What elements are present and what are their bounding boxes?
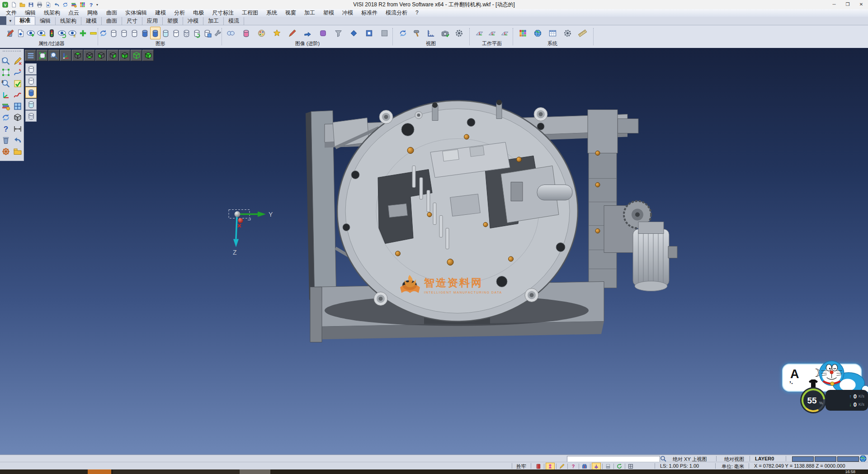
help-magenta-icon[interactable]: ? [569, 463, 577, 469]
image-funnel-icon[interactable] [330, 27, 346, 39]
page-eye-icon[interactable] [15, 27, 26, 39]
image-palette-icon[interactable] [254, 27, 269, 39]
assistant-selected-icon[interactable] [546, 463, 555, 470]
menu-item-系统[interactable]: 系统 [262, 9, 281, 17]
tab-编辑[interactable]: 编辑 [35, 17, 56, 25]
image-arrowhead-icon[interactable] [300, 27, 315, 39]
help-question-icon[interactable]: ? [87, 1, 95, 9]
rotate-clock-icon[interactable] [615, 463, 623, 469]
image-purple-icon[interactable] [315, 27, 330, 39]
new-document-icon[interactable] [10, 1, 18, 9]
undo-arrow-icon[interactable] [13, 135, 23, 145]
menu-item-视窗[interactable]: 视窗 [281, 9, 300, 17]
cylinder-wire-c-icon[interactable] [129, 27, 140, 39]
tab-建模[interactable]: 建模 [81, 17, 102, 25]
cylinder-wire-b-icon[interactable] [119, 27, 129, 39]
tab-dropdown-icon[interactable]: ▼ [6, 17, 14, 25]
page-eye-icon[interactable] [44, 1, 52, 9]
cylinder-blue-selected-icon[interactable] [150, 27, 160, 39]
sketch-curve-icon[interactable] [13, 67, 23, 77]
cube-bottom-icon[interactable] [84, 50, 95, 61]
menu-item-标准件[interactable]: 标准件 [357, 9, 382, 17]
draft-pencil-icon[interactable] [558, 463, 566, 469]
maximize-button[interactable]: ❐ [841, 0, 854, 9]
delete-trash-icon[interactable] [1, 135, 11, 145]
menu-item-线架构[interactable]: 线架构 [40, 9, 64, 17]
refresh-model-icon[interactable] [61, 1, 69, 9]
image-gray-icon[interactable] [377, 27, 392, 39]
help-question-icon[interactable]: ? [1, 124, 11, 134]
workplane-box-selected-icon[interactable] [592, 463, 601, 470]
os-taskbar[interactable]: 16:58 [0, 469, 868, 474]
menu-item-加工[interactable]: 加工 [300, 9, 319, 17]
system-gear-icon[interactable] [560, 27, 575, 39]
image-eye-icon[interactable] [223, 27, 238, 39]
draw-spline-icon[interactable] [13, 90, 23, 100]
layer-list-icon[interactable] [25, 50, 36, 61]
taskbar-active-app[interactable] [88, 469, 111, 474]
shade-wire-icon[interactable] [25, 63, 37, 75]
viewport-3d-scene[interactable]: Y Z Y ±? [0, 48, 868, 455]
menu-item-实体编辑[interactable]: 实体编辑 [121, 9, 151, 17]
zoom-plusminus-icon[interactable]: ± [1, 79, 11, 89]
remove-yellow-icon[interactable] [88, 27, 99, 39]
shade-shaded-selected-icon[interactable] [25, 87, 37, 98]
menu-item-尺寸标注[interactable]: 尺寸标注 [208, 9, 238, 17]
tab-冲模[interactable]: 冲模 [183, 17, 203, 25]
cube-iso-icon[interactable] [142, 50, 154, 61]
layer-books-icon[interactable] [1, 101, 11, 111]
cube-left-icon[interactable] [95, 50, 107, 61]
axes-orient-icon[interactable] [1, 90, 11, 100]
view-refresh-icon[interactable] [396, 27, 410, 39]
traffic-filter-icon[interactable] [47, 27, 57, 39]
menu-item-编辑[interactable]: 编辑 [21, 9, 40, 17]
workplane-xy-icon[interactable] [473, 27, 486, 39]
image-diamond-icon[interactable] [346, 27, 361, 39]
show-refresh-icon[interactable] [57, 27, 67, 39]
menu-item-模流分析[interactable]: 模流分析 [382, 9, 411, 17]
menu-item-分析[interactable]: 分析 [170, 9, 189, 17]
cylinder-recycle-icon[interactable] [192, 27, 202, 39]
shade-ghost-icon[interactable] [25, 99, 37, 110]
show-remove-icon[interactable] [36, 27, 47, 39]
menu-item-?[interactable]: ? [411, 9, 423, 17]
history-book-icon[interactable] [534, 463, 542, 469]
tab-模流[interactable]: 模流 [224, 17, 244, 25]
taskbar-item[interactable] [240, 469, 270, 474]
cylinder-hatched-icon[interactable] [181, 27, 192, 39]
fit-frame-icon[interactable] [1, 67, 11, 77]
list-cells-icon[interactable] [604, 463, 612, 469]
edit-pencil-icon[interactable] [13, 56, 23, 66]
refresh-graphics-icon[interactable] [98, 27, 108, 39]
view-camera-icon[interactable] [438, 27, 452, 39]
cube-front-icon[interactable] [119, 50, 130, 61]
solid-cube-icon[interactable] [13, 113, 23, 123]
quick-search-input[interactable] [567, 456, 660, 462]
tab-应用[interactable]: 应用 [142, 17, 163, 25]
system-globe-icon[interactable] [530, 27, 545, 39]
view-ruler-icon[interactable] [424, 27, 438, 39]
show-plusminus-icon[interactable]: ± [67, 27, 78, 39]
axes-orient-dark-icon[interactable] [60, 50, 71, 61]
undo-arrow-icon[interactable] [53, 1, 61, 9]
fit-view-icon[interactable] [37, 50, 48, 61]
view-hammer-icon[interactable] [410, 27, 424, 39]
measure-distance-icon[interactable] [13, 124, 23, 134]
confirm-check-icon[interactable] [13, 79, 23, 89]
performance-gauge[interactable]: 55 % [799, 386, 827, 414]
cad-model-canvas[interactable]: Y Z Y [0, 48, 868, 474]
graphics-wrench-icon[interactable] [212, 27, 223, 39]
cylinder-cyan-icon[interactable] [160, 27, 171, 39]
cylinder-white-icon[interactable] [171, 27, 181, 39]
cube-right-icon[interactable] [107, 50, 118, 61]
tab-加工[interactable]: 加工 [203, 17, 224, 25]
image-pink-icon[interactable] [238, 27, 254, 39]
open-project-icon[interactable] [13, 147, 23, 156]
shade-hidden-icon[interactable] [25, 75, 37, 86]
zoom-previous-icon[interactable] [48, 50, 60, 61]
cube-back-icon[interactable] [131, 50, 142, 61]
print-doc-icon[interactable] [36, 1, 43, 9]
menu-item-网格[interactable]: 网格 [83, 9, 102, 17]
color-swatch-1[interactable] [792, 456, 814, 462]
image-star-icon[interactable] [269, 27, 284, 39]
